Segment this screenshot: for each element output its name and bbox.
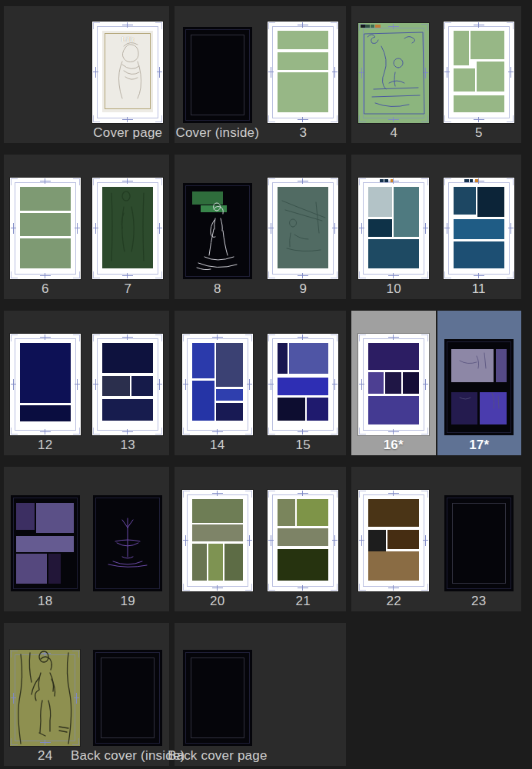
page-border-line — [191, 657, 244, 738]
page-thumbnail — [10, 650, 80, 746]
crop-mark — [40, 653, 51, 654]
comic-panel — [16, 554, 48, 584]
corner-mark — [245, 335, 252, 341]
corner-mark — [421, 178, 428, 185]
page-slot-24[interactable]: 24 — [4, 623, 87, 766]
comic-panel — [278, 549, 328, 581]
comic-panel — [454, 187, 477, 215]
page-slot-19[interactable]: 19 — [87, 467, 170, 611]
page-label: 15 — [296, 435, 311, 455]
cover-title-text: Lilit — [102, 35, 153, 43]
crop-mark — [77, 379, 78, 390]
crop-mark — [247, 384, 252, 384]
comic-panel — [216, 343, 242, 387]
corner-mark — [73, 428, 80, 434]
page-label: Cover page — [93, 123, 162, 143]
crop-mark — [361, 379, 362, 390]
page-thumbnail — [268, 334, 338, 435]
page-slot-15[interactable]: 15 — [261, 311, 347, 455]
page-slot-21[interactable]: 21 — [261, 467, 347, 611]
crop-mark — [302, 117, 303, 122]
page-slot-14[interactable]: 14 — [175, 311, 261, 455]
page-slot-back-cover-page[interactable]: Back cover page — [175, 623, 261, 766]
corner-mark — [331, 115, 337, 122]
page-label: 21 — [296, 591, 311, 611]
page-slot-13[interactable]: 13 — [87, 311, 170, 455]
crop-mark — [393, 491, 394, 496]
page-slot-12[interactable]: 12 — [4, 311, 87, 455]
page-slot-22[interactable]: 22 — [351, 467, 437, 611]
corner-mark — [268, 271, 275, 278]
corner-mark — [444, 115, 451, 122]
page-border-line — [185, 29, 250, 121]
crop-mark — [13, 693, 14, 704]
corner-mark — [359, 271, 366, 278]
page-slot-5[interactable]: 5 — [437, 6, 522, 143]
spread-row: 1213141516*17* — [0, 311, 532, 455]
corner-mark — [183, 335, 190, 341]
comic-panel — [278, 378, 328, 395]
comic-panel — [454, 68, 475, 92]
drawing-area — [278, 343, 328, 424]
sketch-drawing — [358, 23, 429, 123]
page-slot-23[interactable]: 23 — [437, 467, 522, 611]
crop-mark — [474, 119, 484, 120]
crop-mark — [93, 384, 98, 384]
comic-panel — [16, 536, 74, 552]
page-slot-18[interactable]: 18 — [4, 467, 87, 611]
corner-mark — [331, 271, 337, 278]
page-slot-6[interactable]: 6 — [4, 155, 87, 299]
corner-mark — [444, 271, 451, 278]
crop-mark — [510, 67, 511, 78]
crop-mark — [127, 117, 128, 122]
page-slot-16[interactable]: 16* — [351, 311, 436, 455]
crop-mark — [388, 275, 399, 276]
page-slot-17[interactable]: 17* — [436, 311, 522, 455]
spread-cell: LilitCover page — [4, 6, 169, 143]
crop-mark — [217, 585, 218, 591]
crop-mark — [45, 740, 45, 745]
comic-panel — [368, 343, 419, 370]
crop-mark — [425, 223, 426, 234]
crop-mark — [157, 384, 162, 384]
crop-mark — [95, 67, 96, 78]
comic-panel — [368, 499, 419, 527]
crop-mark — [40, 337, 51, 338]
crop-mark — [249, 379, 250, 390]
page-slot-10[interactable]: 10 — [351, 155, 437, 299]
corner-mark — [155, 115, 162, 122]
spread-cell: 1415 — [175, 311, 346, 455]
page-slot-20[interactable]: 20 — [175, 467, 261, 611]
crop-mark — [302, 491, 303, 496]
corner-mark — [507, 115, 514, 122]
comic-panel — [394, 187, 419, 237]
page-slot-back-cover-inside[interactable]: Back cover (inside) — [87, 623, 170, 766]
page-label: 8 — [214, 279, 221, 299]
crop-mark — [332, 384, 337, 384]
page-slot-9[interactable]: 9 — [261, 155, 347, 299]
page-slot-3[interactable]: 3 — [261, 6, 347, 143]
comic-panel — [224, 544, 243, 581]
crop-mark — [212, 431, 223, 432]
corner-mark — [268, 335, 275, 341]
page-label: 19 — [121, 591, 135, 611]
comic-panel — [454, 241, 504, 268]
crop-mark — [393, 178, 394, 184]
page-label: 16* — [384, 435, 404, 455]
sketch-drawing — [93, 495, 162, 591]
page-slot-11[interactable]: 11 — [437, 155, 522, 299]
page-slot-4[interactable]: 4 — [351, 6, 437, 143]
drawing-area — [368, 187, 419, 268]
page-slot-cover-page[interactable]: LilitCover page — [87, 6, 170, 143]
crop-mark — [40, 275, 51, 276]
crop-mark — [185, 535, 186, 546]
page-slot-cover-inside[interactable]: Cover (inside) — [175, 6, 261, 143]
page-slot-7[interactable]: 7 — [87, 155, 170, 299]
crop-mark — [40, 742, 51, 743]
page-border-line — [95, 652, 160, 744]
page-slot-8[interactable]: 8 — [175, 155, 261, 299]
spread-cell: 24Back cover (inside) — [4, 623, 169, 766]
drawing-area — [102, 187, 153, 268]
empty-page-slot — [261, 623, 347, 766]
crop-mark — [74, 697, 79, 698]
